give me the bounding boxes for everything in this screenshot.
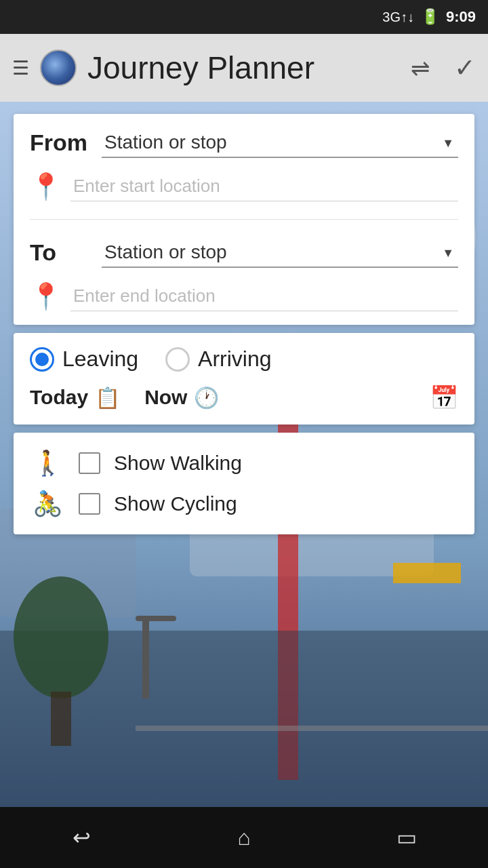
divider xyxy=(30,219,458,220)
cycling-row: 🚴 Show Cycling xyxy=(30,490,458,518)
svg-rect-8 xyxy=(393,563,461,583)
svg-rect-14 xyxy=(136,726,488,731)
from-input[interactable] xyxy=(70,172,458,201)
arriving-label: Arriving xyxy=(198,347,271,372)
to-row: To Station or stop Postcode Address ▼ xyxy=(30,237,458,268)
confirm-icon[interactable]: ✓ xyxy=(454,53,476,83)
from-input-row: 📍 xyxy=(30,172,458,201)
back-button[interactable]: ↩ xyxy=(54,817,108,858)
location-section: From Station or stop Postcode Address ▼ … xyxy=(30,127,458,311)
svg-point-10 xyxy=(14,576,108,698)
home-icon: ⌂ xyxy=(237,825,250,850)
arriving-radio[interactable] xyxy=(165,347,190,372)
svg-rect-13 xyxy=(136,616,176,621)
to-select-wrapper[interactable]: Station or stop Postcode Address ▼ xyxy=(102,237,458,268)
leaving-radio-dot xyxy=(35,353,49,366)
home-button[interactable]: ⌂ xyxy=(217,817,271,858)
arriving-option[interactable]: Arriving xyxy=(165,347,271,372)
time-card: Leaving Arriving Today 📋 Now 🕐 📅 xyxy=(14,333,474,425)
show-walking-label: Show Walking xyxy=(114,452,242,475)
battery-icon: 🔋 xyxy=(421,8,439,26)
to-pin-icon: 📍 xyxy=(30,281,60,311)
options-card: 🚶 Show Walking 🚴 Show Cycling xyxy=(14,433,474,534)
svg-rect-11 xyxy=(51,692,71,746)
page-title: Journey Planner xyxy=(87,50,400,86)
to-label: To xyxy=(30,239,91,266)
cards-container: From Station or stop Postcode Address ▼ … xyxy=(14,114,474,534)
to-input[interactable] xyxy=(70,281,458,311)
to-input-row: 📍 xyxy=(30,281,458,311)
from-select-wrapper[interactable]: Station or stop Postcode Address ▼ xyxy=(102,127,458,158)
leaving-radio[interactable] xyxy=(30,347,54,372)
app-logo xyxy=(40,50,77,86)
date-label: Today xyxy=(30,386,88,409)
from-pin-icon: 📍 xyxy=(30,172,60,201)
clock-icon[interactable]: 🕐 xyxy=(194,386,219,410)
time-label: Now xyxy=(144,386,187,409)
svg-rect-12 xyxy=(142,617,149,698)
to-type-select[interactable]: Station or stop Postcode Address xyxy=(102,237,458,268)
back-icon: ↩ xyxy=(73,825,91,850)
calendar-grid-icon[interactable]: 📅 xyxy=(430,384,458,411)
from-row: From Station or stop Postcode Address ▼ xyxy=(30,127,458,158)
status-bar: 3G↑↓ 🔋 9:09 xyxy=(0,0,488,34)
top-bar: ☰ Journey Planner ⇌ ✓ xyxy=(0,34,488,102)
date-time-row: Today 📋 Now 🕐 📅 xyxy=(30,384,458,411)
clock-status: 9:09 xyxy=(446,8,476,26)
location-card: From Station or stop Postcode Address ▼ … xyxy=(14,114,474,325)
walking-icon: 🚶 xyxy=(30,449,65,477)
recents-button[interactable]: ▭ xyxy=(380,817,434,858)
date-block: Today 📋 xyxy=(30,386,120,410)
options-section: 🚶 Show Walking 🚴 Show Cycling xyxy=(30,446,458,521)
from-label: From xyxy=(30,130,91,156)
show-cycling-label: Show Cycling xyxy=(114,492,237,515)
show-cycling-checkbox[interactable] xyxy=(79,493,100,515)
radio-row: Leaving Arriving xyxy=(30,347,458,372)
recents-icon: ▭ xyxy=(396,825,417,850)
calendar-icon[interactable]: 📋 xyxy=(95,386,120,410)
cycling-icon: 🚴 xyxy=(30,490,65,518)
signal-icon: 3G↑↓ xyxy=(382,9,414,25)
from-type-select[interactable]: Station or stop Postcode Address xyxy=(102,127,458,158)
time-block: Now 🕐 xyxy=(144,386,219,410)
leaving-label: Leaving xyxy=(62,347,138,372)
time-section: Leaving Arriving Today 📋 Now 🕐 📅 xyxy=(30,347,458,411)
hamburger-icon[interactable]: ☰ xyxy=(12,57,29,79)
show-walking-checkbox[interactable] xyxy=(79,452,100,474)
bottom-nav-bar: ↩ ⌂ ▭ xyxy=(0,807,488,868)
leaving-option[interactable]: Leaving xyxy=(30,347,138,372)
shuffle-icon[interactable]: ⇌ xyxy=(411,54,430,81)
walking-row: 🚶 Show Walking xyxy=(30,449,458,477)
